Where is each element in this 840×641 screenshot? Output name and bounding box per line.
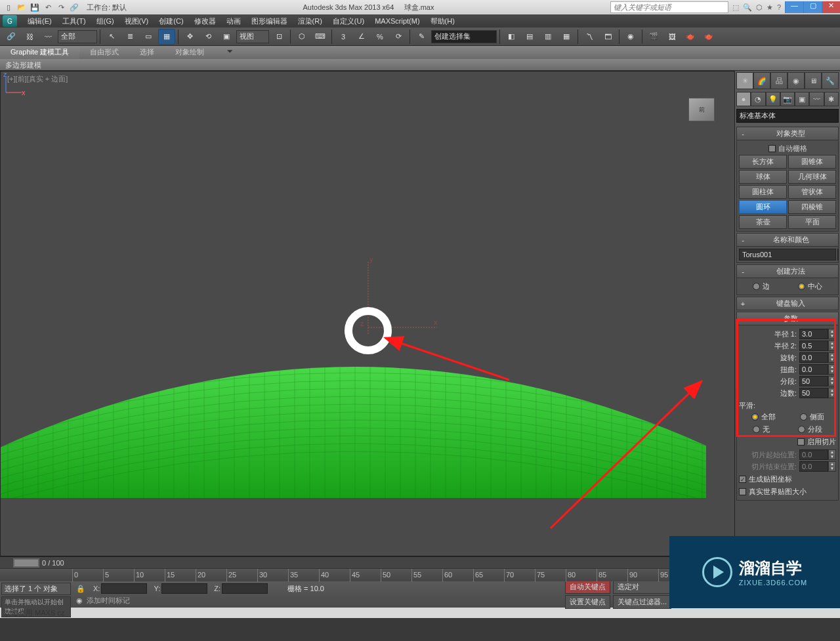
auto-key-button[interactable]: 自动关键点	[565, 580, 610, 594]
save-icon[interactable]: 💾	[29, 1, 41, 13]
smooth-none-radio[interactable]: 无	[753, 424, 770, 434]
menu-maxscript[interactable]: MAXScript(M)	[369, 17, 425, 25]
helpers-subtab-icon[interactable]: ▣	[795, 92, 809, 106]
motion-tab-icon[interactable]: ◉	[788, 72, 805, 89]
select-region-icon[interactable]: ▭	[140, 29, 157, 45]
app-menu-icon[interactable]: G	[3, 15, 17, 27]
close-button[interactable]: ✕	[822, 1, 840, 13]
named-selection-dropdown[interactable]: 创建选择集	[431, 30, 497, 43]
window-crossing-icon[interactable]: ▦	[158, 29, 175, 45]
creation-center-radio[interactable]: 中心	[798, 281, 822, 291]
ribbon-tab-objpaint[interactable]: 对象绘制	[165, 46, 215, 59]
new-icon[interactable]: ▯	[3, 1, 14, 13]
radius2-spinner[interactable]: ▲▼	[799, 341, 836, 351]
snap-toggle-icon[interactable]: 3	[335, 29, 352, 45]
ribbon-tab-freeform[interactable]: 自由形式	[79, 46, 129, 59]
maximize-button[interactable]: ▢	[803, 1, 822, 13]
systems-subtab-icon[interactable]: ✱	[824, 92, 839, 106]
smooth-seg-radio[interactable]: 分段	[798, 424, 822, 434]
plane-button[interactable]: 平面	[788, 215, 836, 229]
teapot-button[interactable]: 茶壶	[739, 215, 787, 229]
scale-icon[interactable]: ▣	[218, 29, 235, 45]
y-coord-input[interactable]	[161, 583, 207, 594]
curve-editor-icon[interactable]: 〽	[581, 29, 598, 45]
menu-tools[interactable]: 工具(T)	[57, 16, 91, 26]
lights-subtab-icon[interactable]: 💡	[766, 92, 780, 106]
geometry-subtab-icon[interactable]: ●	[736, 92, 751, 106]
unlink-icon[interactable]: ⛓	[21, 29, 38, 45]
search-input[interactable]	[610, 1, 728, 13]
modify-tab-icon[interactable]: 🌈	[753, 72, 770, 89]
menu-help[interactable]: 帮助(H)	[425, 16, 460, 26]
smooth-all-radio[interactable]: 全部	[751, 412, 776, 422]
menu-customize[interactable]: 自定义(U)	[327, 16, 369, 26]
keyboard-shortcut-icon[interactable]: ⌨	[312, 29, 329, 45]
align-icon[interactable]: ▤	[521, 29, 538, 45]
create-tab-icon[interactable]: ✳	[736, 72, 753, 89]
schematic-view-icon[interactable]: 🗔	[599, 29, 616, 45]
link-icon[interactable]: 🔗	[68, 1, 80, 13]
edit-named-sel-icon[interactable]: ✎	[413, 29, 430, 45]
viewcube[interactable]: 前	[688, 98, 715, 121]
selection-filter-dropdown[interactable]: 全部	[58, 30, 97, 43]
manipulate-icon[interactable]: ⬡	[293, 29, 310, 45]
render-prod-icon[interactable]: 🫖	[682, 29, 699, 45]
rotation-spinner[interactable]: ▲▼	[799, 352, 836, 363]
rollout-object-type[interactable]: -对象类型	[736, 127, 839, 140]
hierarchy-tab-icon[interactable]: 品	[770, 72, 788, 89]
menu-edit[interactable]: 编辑(E)	[22, 16, 57, 26]
menu-animation[interactable]: 动画	[221, 16, 246, 26]
z-coord-input[interactable]	[222, 583, 268, 594]
help-icon[interactable]: ?	[777, 3, 781, 11]
twist-spinner[interactable]: ▲▼	[799, 364, 836, 375]
box-button[interactable]: 长方体	[739, 155, 787, 169]
lock-selection-icon[interactable]: 🔒	[76, 585, 87, 593]
workspace-label[interactable]: 工作台: 默认	[87, 3, 127, 12]
menu-rendering[interactable]: 渲染(R)	[293, 16, 327, 26]
segments-spinner[interactable]: ▲▼	[799, 376, 836, 386]
menu-grapheditors[interactable]: 图形编辑器	[246, 16, 293, 26]
set-key-button[interactable]: 设置关键点	[565, 595, 610, 609]
sliceon-checkbox[interactable]	[797, 438, 805, 445]
cone-button[interactable]: 圆锥体	[788, 155, 836, 169]
rotate-icon[interactable]: ⟲	[200, 29, 217, 45]
object-name-input[interactable]	[739, 249, 836, 260]
minimize-button[interactable]: —	[785, 1, 803, 13]
radius1-spinner[interactable]: ▲▼	[799, 329, 836, 339]
spinner-snap-icon[interactable]: ⟳	[390, 29, 407, 45]
selected-filter[interactable]: 选定对	[613, 580, 671, 594]
reference-coord-dropdown[interactable]: 视图	[236, 30, 269, 43]
cameras-subtab-icon[interactable]: 📷	[780, 92, 795, 106]
ribbon-tab-graphite[interactable]: Graphite 建模工具	[0, 46, 79, 59]
sides-spinner[interactable]: ▲▼	[799, 388, 836, 398]
link-icon[interactable]: 🔗	[3, 29, 20, 45]
search-icon[interactable]: 🔍	[743, 3, 752, 12]
add-time-tag[interactable]: 添加时间标记	[87, 596, 130, 606]
select-object-icon[interactable]: ↖	[103, 29, 120, 45]
rollout-creation-method[interactable]: -创建方法	[736, 264, 839, 278]
creation-edge-radio[interactable]: 边	[753, 281, 770, 291]
key-filters-button[interactable]: 关键点过滤器...	[613, 595, 671, 609]
shapes-subtab-icon[interactable]: ◔	[751, 92, 765, 106]
select-by-name-icon[interactable]: ≣	[121, 29, 138, 45]
use-pivot-center-icon[interactable]: ⊡	[270, 29, 287, 45]
time-slider[interactable]	[13, 558, 39, 568]
genmap-checkbox[interactable]	[739, 476, 746, 483]
category-dropdown[interactable]: 标准基本体	[736, 109, 839, 123]
render-setup-icon[interactable]: 🎬	[645, 29, 662, 45]
utilities-tab-icon[interactable]: 🔧	[822, 72, 839, 89]
favorite-icon[interactable]: ★	[766, 3, 773, 12]
move-icon[interactable]: ✥	[181, 29, 198, 45]
subscription-icon[interactable]: ⬡	[756, 3, 763, 12]
poly-modeling-panel[interactable]: 多边形建模	[0, 59, 840, 71]
maxscript-listener[interactable]: 欢迎使用 MAXS cz	[0, 608, 840, 618]
bind-space-warp-icon[interactable]: 〰	[39, 29, 56, 45]
viewport-front[interactable]: [+][前][真实 + 边面] y	[0, 71, 735, 556]
x-coord-input[interactable]	[101, 583, 147, 594]
infocenter-icon[interactable]: ⬚	[732, 3, 739, 12]
menu-views[interactable]: 视图(V)	[119, 16, 154, 26]
realworld-checkbox[interactable]	[739, 488, 746, 495]
menu-modifiers[interactable]: 修改器	[189, 16, 221, 26]
pyramid-button[interactable]: 四棱锥	[788, 200, 836, 214]
spacewarps-subtab-icon[interactable]: 〰	[809, 92, 824, 106]
